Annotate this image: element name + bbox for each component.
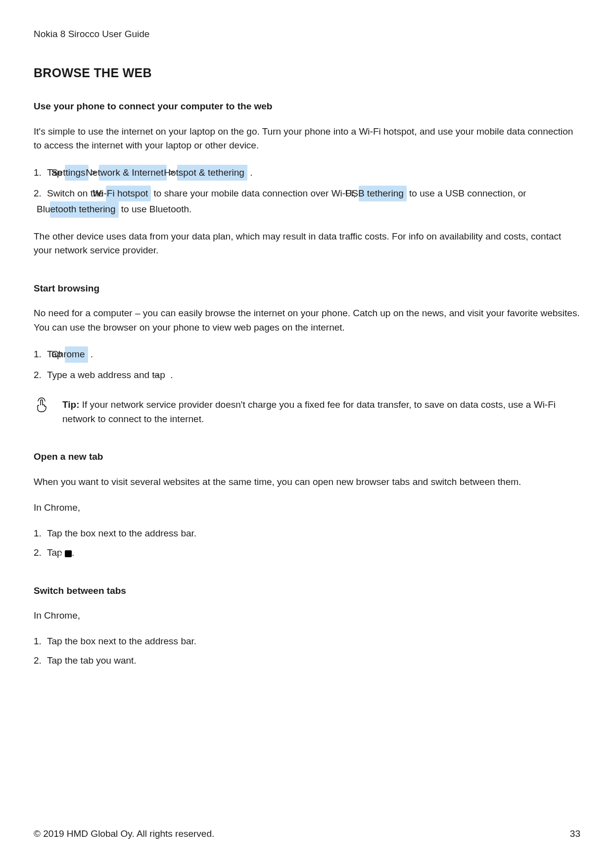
page-title: BROWSE THE WEB	[34, 64, 580, 83]
step-text: .	[88, 349, 94, 359]
intro-paragraph: No need for a computer – you can easily …	[34, 306, 580, 335]
tip-text: Tip: If your network service provider do…	[62, 397, 580, 426]
context-paragraph: In Chrome,	[34, 609, 580, 623]
step-text: Tap the box next to the address bar.	[47, 636, 196, 646]
page-footer: © 2019 HMD Global Oy. All rights reserve…	[34, 827, 580, 841]
ui-chip-hotspot-tethering: Hotspot & tethering	[177, 165, 247, 181]
steps-list-browsing: 1.Tap Chrome . 2.Type a web address and …	[34, 346, 580, 382]
step-number: 1.	[34, 347, 47, 361]
subsection-heading-start-browsing: Start browsing	[34, 282, 580, 296]
list-item: 2.Tap the tab you want.	[34, 653, 580, 668]
footer-copyright: © 2019 HMD Global Oy. All rights reserve…	[34, 827, 214, 841]
step-number: 1.	[34, 526, 47, 540]
step-number: 1.	[34, 165, 47, 180]
context-paragraph: In Chrome,	[34, 501, 580, 515]
step-number: 2.	[34, 368, 47, 382]
step-text: to use Bluetooth.	[119, 204, 192, 214]
steps-list-open-tab: 1.Tap the box next to the address bar. 2…	[34, 526, 580, 560]
tip-body: If your network service provider doesn't…	[62, 399, 556, 424]
ui-chip-chrome: Chrome	[65, 346, 88, 362]
document-header: Nokia 8 Sirocco User Guide	[34, 27, 580, 42]
list-item: 1.Tap Settings > Network & Internet > Ho…	[34, 165, 580, 181]
list-item: 2.Type a web address and tap → .	[34, 368, 580, 382]
step-text: .	[247, 167, 253, 178]
step-number: 2.	[34, 653, 47, 668]
step-text: to share your mobile data connection ove…	[151, 188, 358, 198]
ui-chip-wifi-hotspot: Wi-Fi hotspot	[106, 186, 151, 201]
ui-chip-settings: Settings	[65, 165, 89, 181]
steps-list-connect: 1.Tap Settings > Network & Internet > Ho…	[34, 165, 580, 218]
step-text: to use a USB connection, or	[407, 188, 526, 198]
list-item: 2.Switch on the Wi-Fi hotspot to share y…	[34, 186, 580, 218]
list-item: 1.Tap Chrome .	[34, 346, 580, 362]
subsection-heading-connect: Use your phone to connect your computer …	[34, 99, 580, 114]
tip-block: Tip: If your network service provider do…	[34, 397, 580, 426]
intro-paragraph: It's simple to use the internet on your …	[34, 125, 580, 153]
list-item: 1.Tap the box next to the address bar.	[34, 526, 580, 540]
list-item: 2.Tap +.	[34, 545, 580, 560]
ui-chip-bluetooth-tethering: Bluetooth tethering	[50, 201, 119, 217]
step-number: 1.	[34, 634, 47, 648]
subsection-heading-switch-tabs: Switch between tabs	[34, 584, 580, 598]
plus-box-icon: +	[65, 550, 72, 557]
step-number: 2.	[34, 545, 47, 560]
step-text: Tap	[47, 547, 65, 558]
note-paragraph: The other device uses data from your dat…	[34, 230, 580, 258]
step-text: Tap the box next to the address bar.	[47, 528, 196, 538]
footer-page-number: 33	[570, 827, 580, 841]
step-text: .	[72, 547, 74, 558]
hand-tap-icon	[34, 397, 51, 419]
step-number: 2.	[34, 186, 47, 200]
ui-chip-usb-tethering: USB tethering	[359, 186, 407, 201]
step-text: Type a web address and tap	[47, 370, 168, 380]
subsection-heading-open-tab: Open a new tab	[34, 450, 580, 464]
steps-list-switch-tabs: 1.Tap the box next to the address bar. 2…	[34, 634, 580, 668]
intro-paragraph: When you want to visit several websites …	[34, 475, 580, 489]
step-text: Tap the tab you want.	[47, 655, 137, 666]
tip-label: Tip:	[62, 399, 79, 410]
step-text: .	[168, 370, 173, 380]
list-item: 1.Tap the box next to the address bar.	[34, 634, 580, 648]
ui-chip-network-internet: Network & Internet	[99, 165, 166, 181]
